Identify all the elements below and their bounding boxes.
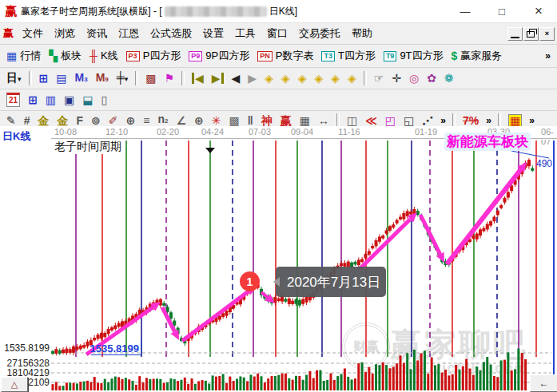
box-rays-magenta-button[interactable]: ◰ <box>381 113 400 128</box>
menu-gann[interactable]: 江恩 <box>113 24 145 43</box>
mdi-restore-button[interactable] <box>523 27 539 41</box>
scale-3-button[interactable]: M3 <box>71 70 92 87</box>
menu-trade-entrust[interactable]: 交易委托 <box>293 24 346 43</box>
diamond-all-button[interactable]: ◈ <box>344 71 360 85</box>
pencil-ruler-button[interactable]: ✐ <box>105 113 122 128</box>
quote-marks-button[interactable]: ‖ <box>244 113 257 128</box>
last-bar-button[interactable]: ▶ <box>208 71 228 85</box>
crosshair-icon: ✛ <box>392 73 401 84</box>
notepad-button[interactable]: ▥ <box>42 93 60 107</box>
mdi-close-button[interactable]: × <box>539 27 555 41</box>
close-button[interactable]: × <box>520 0 557 22</box>
diamond-expand-button[interactable]: ◈ <box>310 71 327 85</box>
period-day-button[interactable]: 日▾ <box>2 70 26 86</box>
diamond-all-icon: ◈ <box>348 73 356 84</box>
time-cycles-button[interactable]: # <box>20 113 34 128</box>
overflow-chevron[interactable]: » <box>483 115 495 126</box>
gann-wheel-button[interactable]: ⊕ <box>122 113 140 128</box>
gann-fan-button[interactable]: ⊛ <box>190 113 208 128</box>
golden-section-b-icon: 金 <box>58 115 69 126</box>
spiral-button[interactable]: ⊚ <box>87 113 105 128</box>
angle-line-button[interactable]: ∠ <box>172 113 190 128</box>
t-square-button[interactable]: T3T四方形 <box>317 47 379 65</box>
fib-retrace-button[interactable]: 7% <box>459 113 483 128</box>
rays-red-button[interactable]: ≪ <box>361 113 381 128</box>
thin-rays-button[interactable]: ⋰ <box>418 113 437 128</box>
t9-square-badge-icon: T9 <box>384 51 397 61</box>
overflow-chevron[interactable]: » <box>437 115 449 126</box>
right-price-label: 490 <box>536 158 552 169</box>
overflow-chevron[interactable]: » <box>526 115 538 126</box>
diamond-updown-button[interactable]: ◈ <box>294 71 311 85</box>
ying-lines-button[interactable]: 赢 <box>277 113 296 128</box>
purple-tool-button[interactable]: ✿ <box>423 71 440 85</box>
quotes-button[interactable]: ▦行情 <box>2 47 45 65</box>
box-rays-dark-button[interactable]: ◱ <box>400 113 418 128</box>
box-tool-button[interactable]: ◫ <box>343 113 361 128</box>
sectors-button[interactable]: ▚板块 <box>45 47 86 65</box>
overflow-chevron[interactable]: » <box>542 50 554 61</box>
grid-rays-button[interactable]: ▩ <box>225 113 244 128</box>
ruler-grid-button[interactable]: ▦ <box>296 113 314 128</box>
menu-items: 文件浏览资讯江恩公式选股设置工具窗口交易委托帮助 <box>17 24 378 43</box>
p-number-table-button[interactable]: PNP数字表 <box>253 47 317 65</box>
menu-news[interactable]: 资讯 <box>81 24 113 43</box>
winner-service-button[interactable]: $赢家服务 <box>448 47 507 65</box>
pencil-button[interactable]: ✎ <box>2 113 20 128</box>
menu-tools[interactable]: 工具 <box>229 24 261 43</box>
mobile-device-button[interactable]: ▯ <box>97 93 112 107</box>
width-arrows-button[interactable]: ↔ <box>314 113 333 128</box>
first-bar-button[interactable]: ◀ <box>188 71 208 85</box>
t9-square-button[interactable]: T99T四方形 <box>380 47 448 65</box>
next-bar-button[interactable]: ▶ <box>244 71 261 85</box>
diamond-right-button[interactable]: ◈ <box>277 71 294 85</box>
menu-window[interactable]: 窗口 <box>261 24 293 43</box>
multi-window-button[interactable]: ⊞ <box>35 71 53 85</box>
event-marker-badge[interactable]: 1 <box>240 271 260 291</box>
calendar-button[interactable]: 21 <box>2 91 24 109</box>
golden-section-b-button[interactable]: 金 <box>54 113 73 128</box>
diamond-left-button[interactable]: ◈ <box>261 71 277 85</box>
p-number-table-icon: PN <box>257 51 273 61</box>
price-lines-button[interactable]: ≡ <box>139 113 153 128</box>
chip-distribution-button[interactable]: ▩ <box>141 71 160 85</box>
p9-square-button[interactable]: P99P四方形 <box>185 47 253 65</box>
t9-square-icon: T9 <box>384 51 397 61</box>
menu-settings[interactable]: 设置 <box>197 24 229 43</box>
time-cycles-icon: # <box>24 115 30 126</box>
candle-style-button[interactable]: ╪▾ <box>113 70 132 86</box>
prev-bar-button[interactable]: ◀ <box>228 71 245 85</box>
menu-help[interactable]: 帮助 <box>346 24 378 43</box>
scale-9-button[interactable]: M9 <box>92 70 113 87</box>
menu-browse[interactable]: 浏览 <box>49 24 81 43</box>
p-square-button[interactable]: P3P四方形 <box>122 47 185 65</box>
toolbar-separator <box>452 113 456 128</box>
drag-hand-button[interactable]: ☞ <box>370 71 388 85</box>
menu-formula-stock-pick[interactable]: 公式选股 <box>145 24 197 43</box>
maximize-button[interactable]: □ <box>483 0 520 22</box>
mouse-settings-button[interactable]: ⬓ <box>78 93 97 107</box>
date-tick: 06-07 <box>541 127 554 146</box>
save-button[interactable]: ▣ <box>60 93 78 107</box>
teal-tool-button[interactable]: ❁ <box>440 71 458 85</box>
mdi-minimize-button[interactable] <box>507 27 523 41</box>
crosshair-button[interactable]: ✛ <box>388 71 405 85</box>
chart-tab-label[interactable]: 日K线 <box>2 129 30 144</box>
info-card-button[interactable]: ▤ <box>52 71 70 85</box>
fib-lines-button[interactable]: F <box>73 113 88 128</box>
menu-file[interactable]: 文件 <box>17 24 49 43</box>
volume-flag-button[interactable]: ⚑ <box>160 71 178 85</box>
toolbar-separator <box>498 113 501 128</box>
golden-section-a-button[interactable]: 金 <box>34 113 54 128</box>
expand-pane-button[interactable]: △ <box>1 377 28 392</box>
calculator-button[interactable]: ⊞ <box>24 93 42 107</box>
diamond-compress-button[interactable]: ◈ <box>327 71 344 85</box>
kline-button[interactable]: ╫K线 <box>86 47 122 65</box>
tools-toolbar: 21⊞▥▣⬓▯ <box>0 89 557 111</box>
main-toolbar: ▦行情▚板块╫K线P3P四方形P99P四方形PNP数字表T3T四方形T99T四方… <box>0 45 557 68</box>
star-rays-button[interactable]: ✳ <box>208 113 225 128</box>
magnifier-button[interactable]: ◎ <box>405 71 423 85</box>
minimize-button[interactable]: — <box>447 0 483 22</box>
shen-lines-button[interactable]: 神 <box>257 113 277 128</box>
scroll-left-button[interactable]: ← <box>530 374 557 392</box>
